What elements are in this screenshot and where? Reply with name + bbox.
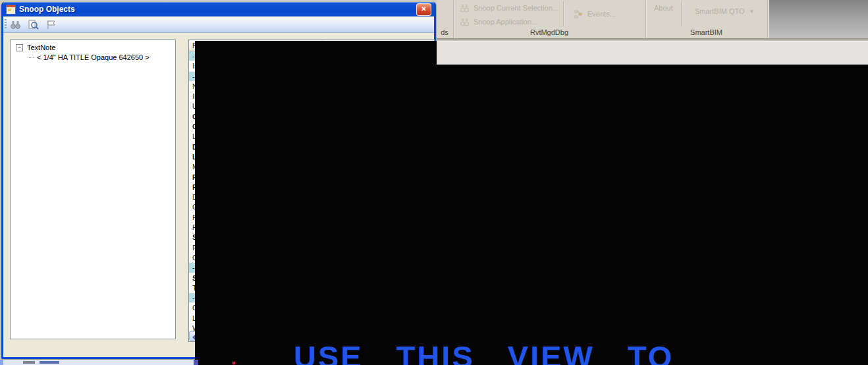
- ribbon-panel-labels: ds RvtMgdDbg SmartBIM: [437, 28, 868, 38]
- snoop-current-selection-label: Snoop Current Selection...: [474, 4, 558, 12]
- toolbar-grip[interactable]: [5, 19, 7, 30]
- ribbon-gap-strip: [437, 41, 868, 65]
- panel-label-partial: ds: [437, 28, 452, 36]
- snoop-current-selection-button[interactable]: Snoop Current Selection...: [458, 2, 558, 14]
- tree-connector: [28, 57, 34, 59]
- ribbon-divider: [563, 1, 564, 26]
- smartbim-qto-dropdown[interactable]: SmartBIM QTO ▼: [695, 7, 755, 15]
- binoculars-icon: [458, 16, 471, 28]
- objects-tree-panel: − TextNote < 1/4" HA TITLE Opaque 642650…: [10, 40, 176, 339]
- close-button[interactable]: ✕: [416, 3, 431, 16]
- sliver-mark: [23, 361, 35, 364]
- snoop-db-icon[interactable]: [9, 18, 22, 30]
- snoop-objects-toolbar: [3, 16, 434, 33]
- events-button[interactable]: Events...: [572, 8, 616, 20]
- tree-item-label[interactable]: TextNote: [26, 43, 57, 53]
- about-label: About: [654, 4, 673, 12]
- snoop-objects-titlebar[interactable]: Snoop Objects ✕: [3, 2, 434, 16]
- events-icon: [572, 8, 585, 20]
- ribbon: Snoop Current Selection... Snoop Applica…: [437, 0, 868, 41]
- binoculars-icon: [458, 2, 471, 14]
- drawing-text-note: USE THIS VIEW TO: [294, 339, 674, 365]
- drawing-red-mark: [232, 362, 235, 364]
- background-window-sliver: [0, 360, 198, 365]
- events-label: Events...: [587, 10, 616, 18]
- collapse-icon[interactable]: −: [16, 44, 23, 51]
- chevron-down-icon: ▼: [749, 9, 755, 14]
- screen: Snoop Current Selection... Snoop Applica…: [0, 0, 868, 365]
- panel-label-rvtmgddbg: RvtMgdDbg: [453, 28, 645, 36]
- about-button[interactable]: About: [654, 4, 673, 12]
- tree-item-label[interactable]: < 1/4" HA TITLE Opaque 642650 >: [36, 53, 151, 63]
- snoop-application-button[interactable]: Snoop Application...: [458, 16, 537, 28]
- objects-tree: − TextNote < 1/4" HA TITLE Opaque 642650…: [11, 40, 175, 63]
- sliver-divider: [194, 360, 198, 365]
- drawing-area: USE THIS VIEW TO: [195, 41, 868, 365]
- ribbon-divider: [681, 1, 682, 26]
- sliver-mark: [40, 361, 59, 364]
- smartbim-qto-label: SmartBIM QTO: [695, 7, 745, 15]
- magnifier-document-icon[interactable]: [26, 18, 40, 30]
- window-title: Snoop Objects: [19, 5, 75, 14]
- snoop-application-label: Snoop Application...: [474, 18, 537, 26]
- panel-label-smartbim: SmartBIM: [645, 28, 767, 36]
- flag-icon[interactable]: [44, 18, 57, 30]
- tree-item-textnote-instance[interactable]: < 1/4" HA TITLE Opaque 642650 >: [11, 53, 175, 63]
- tree-item-textnote[interactable]: − TextNote: [11, 43, 175, 53]
- window-icon: [6, 5, 16, 14]
